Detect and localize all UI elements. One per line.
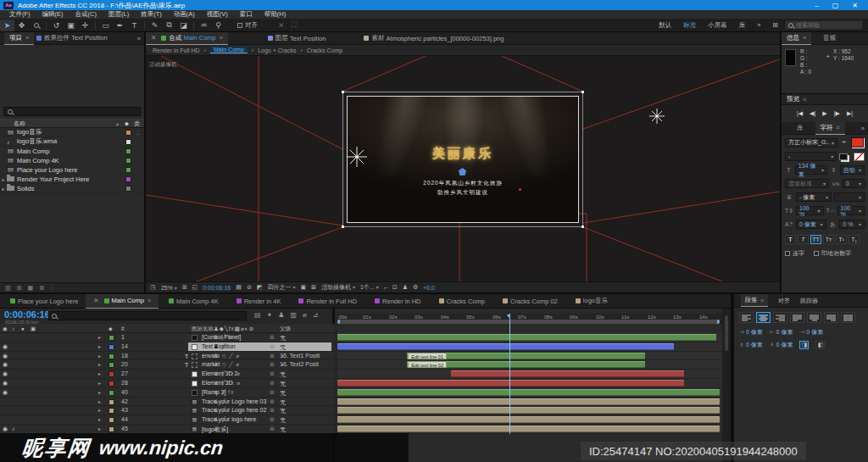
- timeline-lane[interactable]: [337, 333, 722, 342]
- preview-panel-header[interactable]: 预览≡: [782, 93, 868, 105]
- indent-right-field[interactable]: ⇤0 像素: [770, 328, 793, 337]
- help-search-input[interactable]: [796, 22, 855, 28]
- menu-window[interactable]: 窗口: [234, 10, 259, 19]
- layer-expander[interactable]: ▸: [98, 416, 101, 422]
- layer-name[interactable]: Trace your Logo here 02: [202, 407, 266, 413]
- view-options-icon[interactable]: ⛶: [292, 20, 297, 30]
- timeline-scrollbar[interactable]: [722, 309, 731, 462]
- layer-row[interactable]: ◉♪ ▸ 20 market ♟ ◇ ╱ ⌀ ⊚ 16. Text2 Posit…: [0, 360, 335, 370]
- project-item[interactable]: ▸ Solids: [0, 184, 144, 193]
- hindi-digits-checkbox[interactable]: [814, 251, 819, 256]
- font-family-select[interactable]: 方正小标宋_G...▾: [785, 138, 837, 148]
- layer-expander[interactable]: ▸: [98, 407, 101, 413]
- clone-stamp-tool[interactable]: ⧉: [162, 19, 176, 31]
- layer-switches[interactable]: ♟ ◇ ╱ ⌀: [214, 361, 240, 368]
- pickwhip-icon[interactable]: ⊚: [270, 407, 275, 414]
- layer-expander[interactable]: ▸: [98, 380, 101, 386]
- pickwhip-icon[interactable]: ⊚: [270, 343, 275, 350]
- audio-icon[interactable]: ♪: [12, 426, 15, 431]
- camera-tool[interactable]: ▣: [64, 19, 78, 31]
- layer-bar[interactable]: [337, 380, 684, 387]
- switches-column-icons[interactable]: ♟◆╲fx▩⌀◐⊘: [214, 326, 254, 332]
- label-column-icon[interactable]: ⬥: [125, 120, 129, 127]
- text-direction-ltr-button[interactable]: ◨: [799, 341, 809, 349]
- timeline-lane[interactable]: [337, 398, 722, 407]
- pixel-aspect-icon[interactable]: ⌐: [384, 285, 387, 291]
- panel-menu-icon[interactable]: ≡: [220, 35, 223, 41]
- pan-behind-tool[interactable]: ✛: [78, 19, 92, 31]
- layer-row[interactable]: ◉♪ ▸ 43 Trace your Logo here 02 ♟ ╱ ⊚ 无▾: [0, 406, 335, 415]
- magnification-select[interactable]: 25%▾: [161, 285, 177, 291]
- timeline-tab[interactable]: logo音乐: [565, 294, 615, 309]
- label-swatch[interactable]: [108, 362, 114, 368]
- align-right-button[interactable]: [773, 312, 787, 323]
- solo-column-icon[interactable]: ●: [21, 326, 25, 331]
- corner-handle[interactable]: [342, 225, 344, 228]
- kerning-select[interactable]: 度量标准▾: [785, 179, 829, 188]
- align-center-button[interactable]: [756, 312, 771, 323]
- maximize-button[interactable]: ▢: [832, 2, 839, 9]
- tab-align[interactable]: 对齐: [778, 297, 790, 305]
- sort-arrow-icon[interactable]: ▲: [115, 121, 120, 126]
- graph-editor-icon[interactable]: ⊿: [313, 311, 319, 319]
- rotation-tool[interactable]: ↺: [49, 19, 64, 31]
- justify-last-left-button[interactable]: [790, 312, 804, 323]
- corner-handle[interactable]: [342, 91, 344, 93]
- tab-project[interactable]: 项目≡: [4, 32, 34, 45]
- shape-tool[interactable]: ▭: [98, 19, 113, 31]
- close-tab-icon[interactable]: ✕: [151, 34, 156, 42]
- breadcrumb-item[interactable]: Cracks Comp: [307, 47, 342, 53]
- layer-bar[interactable]: [337, 343, 674, 350]
- menu-view[interactable]: 视图(V): [201, 10, 234, 19]
- workspace-library[interactable]: 库: [739, 21, 746, 30]
- faux-italic-toggle[interactable]: T: [798, 235, 809, 244]
- vertical-scale-select[interactable]: 100 %▾: [796, 206, 824, 215]
- panel-menu-icon[interactable]: ≡: [803, 35, 806, 41]
- label-swatch[interactable]: [108, 335, 114, 341]
- menu-layer[interactable]: 图层(L): [103, 10, 135, 19]
- comp-mini-flowchart-icon[interactable]: ▤: [254, 311, 261, 319]
- show-snapshot-icon[interactable]: ⊘: [247, 284, 252, 291]
- interpret-footage-icon[interactable]: ▥: [5, 285, 11, 292]
- layer-name-column[interactable]: 图层名称: [192, 326, 214, 333]
- workspace-standard[interactable]: 标准: [683, 21, 696, 30]
- project-item[interactable]: Main Comp: [0, 147, 144, 156]
- panel-menu-icon[interactable]: ≡: [837, 125, 840, 131]
- tab-paragraph[interactable]: 段落≡: [741, 294, 768, 307]
- layer-expander[interactable]: ▸: [98, 353, 101, 359]
- timeline-search-box[interactable]: [48, 311, 247, 320]
- tab-composition-main-comp[interactable]: ✕ 合成 Main Comp ≡: [146, 32, 228, 45]
- breadcrumb-item-active[interactable]: Main Comp: [210, 47, 248, 53]
- exposure-value[interactable]: +0.0: [423, 285, 435, 291]
- parent-column[interactable]: 父级: [280, 326, 291, 333]
- text-direction-rtl-button[interactable]: ◧: [815, 341, 825, 349]
- eye-icon[interactable]: ◉: [3, 353, 8, 359]
- layer-expander[interactable]: ▸: [98, 389, 101, 395]
- grid-options-icon[interactable]: ✕: [278, 21, 285, 30]
- project-item[interactable]: Place your Logo here: [0, 165, 144, 175]
- leading-select[interactable]: 自动▾: [840, 165, 865, 175]
- brush-tool[interactable]: ✎: [147, 19, 162, 31]
- zoom-tool[interactable]: [29, 19, 43, 31]
- label-swatch[interactable]: [125, 186, 131, 192]
- tab-tracker[interactable]: 跟踪器: [800, 297, 818, 305]
- menu-animation[interactable]: 动画(A): [168, 10, 201, 19]
- column-name[interactable]: 名称: [14, 120, 25, 128]
- eyedropper-icon[interactable]: ✒: [840, 139, 849, 146]
- breadcrumb-item[interactable]: Render in Full HD: [153, 47, 200, 53]
- draft-3d-icon[interactable]: ✦: [267, 311, 273, 319]
- layer-bar[interactable]: [337, 426, 720, 432]
- label-swatch[interactable]: [108, 426, 114, 432]
- column-type[interactable]: 类: [134, 120, 140, 128]
- corner-handle[interactable]: [581, 91, 584, 93]
- project-settings-icon[interactable]: ⚙: [39, 285, 44, 292]
- timeline-tab[interactable]: Cracks Comp: [429, 294, 492, 309]
- layer-row[interactable]: ◉♪ ▸ 14 Text Position ♟ ╱ ⊚ 无▾: [0, 342, 335, 352]
- selection-tool[interactable]: ➤: [0, 19, 14, 31]
- corner-handle[interactable]: [581, 225, 584, 228]
- project-item[interactable]: ▸ Render Your Project Here: [0, 175, 144, 184]
- layer-expander[interactable]: ▸: [98, 343, 101, 349]
- help-search-box[interactable]: [785, 20, 863, 30]
- workspace-overflow-chevron[interactable]: »: [757, 21, 760, 29]
- pickwhip-icon[interactable]: ⊚: [270, 398, 275, 405]
